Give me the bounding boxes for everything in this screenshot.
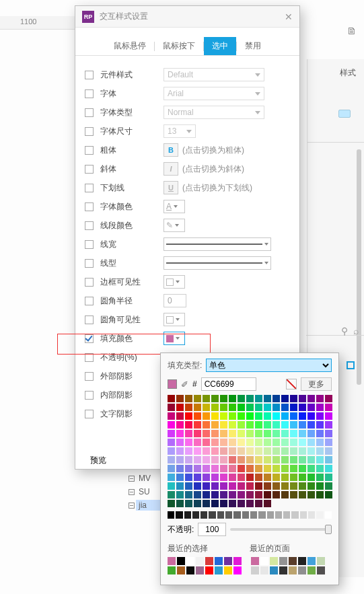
line-width-button[interactable]: [163, 237, 271, 251]
chk-line-style[interactable]: [85, 259, 94, 268]
select-style[interactable]: Default: [163, 68, 264, 81]
chk-border-vis[interactable]: [85, 278, 94, 287]
eyedropper-icon[interactable]: ✐: [181, 379, 188, 389]
close-icon[interactable]: ✕: [285, 11, 293, 22]
chk-font[interactable]: [85, 89, 94, 98]
select-font-size[interactable]: 13: [163, 124, 196, 138]
color-picker-popup: 填充类型: 单色 ✐ # 更多 不透明: 最近的选择 最近的页面: [160, 352, 339, 585]
color-grid[interactable]: [168, 395, 333, 507]
chk-italic[interactable]: [85, 165, 94, 174]
underline-button[interactable]: U: [163, 181, 178, 194]
radius-input[interactable]: [163, 294, 186, 307]
chk-fill-color[interactable]: [85, 334, 94, 343]
more-colors-button[interactable]: 更多: [301, 377, 332, 391]
font-color-button[interactable]: A: [163, 200, 185, 213]
filter-icon[interactable]: ⚲: [341, 326, 348, 336]
opacity-slider[interactable]: [230, 528, 332, 531]
bold-button[interactable]: B: [163, 143, 178, 157]
current-color-swatch: [168, 379, 177, 389]
tab-selected[interactable]: 选中: [204, 37, 236, 55]
italic-button[interactable]: I: [163, 162, 178, 176]
chk-line-width[interactable]: [85, 240, 94, 249]
fill-color-button[interactable]: [163, 332, 185, 345]
chk-inner-shadow[interactable]: [85, 391, 94, 400]
chk-font-size[interactable]: [85, 127, 94, 136]
fill-type-select[interactable]: 单色: [206, 359, 332, 372]
select-font-type[interactable]: Normal: [163, 106, 264, 119]
chk-radius[interactable]: [85, 297, 94, 305]
gray-row[interactable]: [168, 511, 332, 519]
hex-input[interactable]: [201, 377, 256, 391]
fill-type-label: 填充类型:: [168, 360, 202, 371]
opacity-input[interactable]: [198, 523, 226, 536]
chk-text-shadow[interactable]: [85, 410, 94, 418]
recent-select-swatches[interactable]: [168, 557, 242, 574]
state-tabs: 鼠标悬停 鼠标按下 选中 禁用: [75, 37, 299, 56]
tab-hover[interactable]: 鼠标悬停: [106, 37, 154, 55]
dialog-title: 交互样式设置: [100, 11, 279, 22]
tab-style[interactable]: 样式: [340, 67, 356, 79]
chk-font-type[interactable]: [85, 108, 94, 117]
line-style-button[interactable]: [163, 256, 271, 270]
search-icon[interactable]: ⌕: [353, 326, 359, 336]
tab-mousedown[interactable]: 鼠标按下: [155, 37, 203, 55]
document-icon[interactable]: 🗎: [347, 25, 357, 36]
chk-opacity[interactable]: [85, 353, 94, 362]
line-color-button[interactable]: ✎: [163, 219, 185, 232]
chk-outer-shadow[interactable]: [85, 372, 94, 381]
app-logo: RP: [82, 11, 94, 23]
chk-underline[interactable]: [85, 184, 94, 192]
border-vis-button[interactable]: [163, 275, 185, 289]
scrollbar[interactable]: [357, 149, 361, 385]
recent-page-swatches[interactable]: [251, 557, 325, 574]
no-fill-icon[interactable]: [286, 379, 297, 389]
corner-vis-button[interactable]: [163, 313, 185, 326]
link-icon[interactable]: [338, 110, 351, 118]
tab-disabled[interactable]: 禁用: [237, 37, 269, 55]
chk-corner-vis[interactable]: [85, 315, 94, 324]
checkbox-icon[interactable]: [347, 361, 355, 369]
ruler-mark: 1100: [20, 17, 36, 26]
chk-style[interactable]: [85, 71, 94, 79]
chk-bold[interactable]: [85, 146, 94, 155]
chk-font-color[interactable]: [85, 202, 94, 211]
chk-line-color[interactable]: [85, 221, 94, 230]
select-font[interactable]: Arial: [163, 87, 264, 100]
